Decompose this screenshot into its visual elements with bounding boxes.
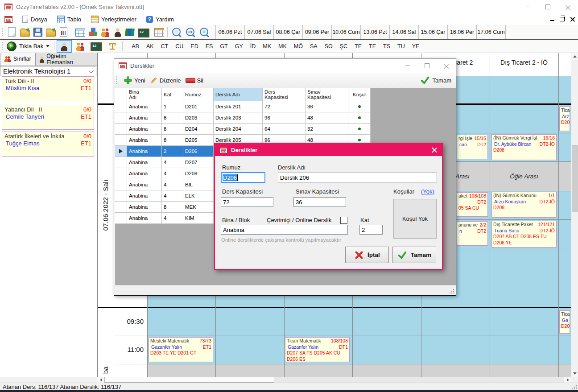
date-tab[interactable]: 08.06 Çar	[274, 25, 303, 39]
table-cell[interactable]: 2	[162, 146, 183, 157]
view-teachers-button[interactable]	[57, 40, 72, 53]
filter-letter-button[interactable]: CU	[172, 41, 187, 51]
table-cell[interactable]: Anabina	[127, 179, 162, 190]
table-cell[interactable]: D203	[183, 112, 214, 124]
date-tab[interactable]: 14.06 Sal	[390, 25, 419, 39]
menu-dosya[interactable]: Dosya	[22, 16, 47, 23]
filter-letter-button[interactable]: AB	[128, 41, 143, 51]
col-header-derslik-adi[interactable]: Derslik Adı	[214, 88, 263, 101]
filter-letter-button[interactable]: MÖ	[290, 41, 306, 51]
col-header-bina[interactable]: Bina Adı	[127, 88, 162, 101]
table-cell[interactable]: Derslik 203	[214, 112, 263, 124]
date-tab[interactable]: 09.06 Per	[303, 25, 332, 39]
bina-blok-input[interactable]	[221, 225, 348, 235]
row-selector[interactable]	[115, 101, 127, 112]
derslikler-tamam-button[interactable]: Tamam	[420, 75, 451, 85]
report-button[interactable]	[60, 27, 67, 37]
dialog-tamam-button[interactable]: Tamam	[392, 247, 436, 263]
filter-letter-button[interactable]: TS	[380, 41, 394, 51]
col-header-rumuz[interactable]: Rumuz	[183, 88, 214, 101]
row-selector[interactable]	[115, 157, 127, 168]
col-header-ders-kapasitesi[interactable]: Ders Kapasitesi	[263, 88, 306, 101]
table-cell[interactable]: Anabina	[127, 202, 162, 213]
toolbar-grip[interactable]	[2, 42, 3, 51]
derslik-row[interactable]: Anabina8D203Derslik 2039648	[115, 112, 371, 124]
timetable-card[interactable]: Ticari Matematik108/108Gazanfer YalınDT1…	[285, 337, 350, 362]
close-button[interactable]	[558, 0, 578, 13]
table-cell[interactable]: Anabina	[127, 135, 162, 146]
filter-letter-button[interactable]: ES	[202, 41, 217, 51]
schedule-button[interactable]	[154, 27, 164, 37]
derslik-row[interactable]: Anabina8D204Derslik 2046432	[115, 124, 371, 135]
filter-letter-button[interactable]: GY	[231, 41, 247, 51]
table-cell[interactable]: Derslik 204	[214, 124, 263, 135]
dialog-title-bar[interactable]: Derslikler	[215, 144, 442, 156]
timetable-card[interactable]: Mesleki Matematik73/73Gazanfer YalınET1D…	[149, 337, 213, 362]
table-cell[interactable]: 8	[162, 124, 183, 135]
scroll-down-button[interactable]	[571, 370, 578, 377]
row-selector[interactable]	[115, 202, 127, 213]
date-tab[interactable]: 16.06 Per	[448, 25, 477, 39]
filter-letter-button[interactable]: AK	[143, 41, 157, 51]
duzenle-button[interactable]: Düzenle	[150, 76, 181, 84]
timetable-card[interactable]: (İN) Gümrük Vergi İşl16/16Dr. Aybüke Bir…	[491, 134, 557, 160]
new-file-button[interactable]	[8, 27, 16, 37]
row-selector[interactable]	[115, 190, 127, 202]
table-cell[interactable]: 4	[162, 157, 183, 168]
sinav-kapasitesi-input[interactable]	[293, 197, 346, 207]
toolbar-grip[interactable]	[116, 76, 117, 85]
scroll-right-button[interactable]	[564, 377, 571, 383]
table-cell[interactable]: D201	[183, 101, 214, 112]
table-cell[interactable]: D205	[183, 135, 214, 146]
classrooms-button[interactable]	[138, 27, 148, 37]
scroll-up-button[interactable]	[571, 53, 578, 60]
window-resize-grip[interactable]	[572, 384, 577, 390]
filter-letter-button[interactable]: YE	[409, 41, 423, 51]
view-classes-button[interactable]	[73, 40, 88, 53]
table-cell[interactable]: 48	[306, 112, 348, 124]
tab-siniflar[interactable]: Sınıflar	[0, 51, 35, 66]
dialog-close-button[interactable]	[431, 147, 437, 153]
derslik-row[interactable]: Anabina1D201Derslik 2017236	[115, 101, 371, 112]
date-tab[interactable]: 17.06 Cum	[477, 25, 506, 39]
table-cell[interactable]: 8	[162, 112, 183, 124]
filter-letter-button[interactable]: SO	[321, 41, 336, 51]
table-cell[interactable]: Anabina	[127, 157, 162, 168]
filter-letter-button[interactable]: CT	[157, 41, 172, 51]
table-cell[interactable]: 96	[263, 112, 306, 124]
table-cell[interactable]: 72	[263, 101, 306, 112]
tab-ogretim-elemanlari[interactable]: Öğretim Elemanları	[35, 53, 97, 66]
ders-kapasitesi-input[interactable]	[221, 197, 273, 207]
col-header-sinav-kapasitesi[interactable]: Sınav Kapasitesi	[306, 88, 348, 101]
table-cell[interactable]: Anabina	[127, 168, 162, 179]
row-selector[interactable]	[115, 168, 127, 179]
maximize-button[interactable]	[538, 0, 558, 13]
tables-button[interactable]	[75, 27, 85, 37]
table-cell[interactable]: D208	[183, 168, 214, 179]
filter-letter-button[interactable]: İD	[247, 41, 260, 51]
table-cell[interactable]: 8	[162, 202, 183, 213]
date-tab[interactable]: 10.06 Cum	[332, 25, 361, 39]
iptal-button[interactable]: İptal	[345, 247, 389, 263]
derslikler-maximize-button[interactable]	[425, 63, 429, 68]
row-selector[interactable]	[115, 179, 127, 190]
derslikler-title-bar[interactable]: Derslikler	[114, 58, 456, 73]
chevron-down-icon[interactable]	[46, 45, 50, 47]
table-cell[interactable]: Anabina	[127, 146, 162, 157]
vertical-scrollbar[interactable]	[571, 53, 578, 377]
zoom-reset-button[interactable]: 1:1	[186, 28, 194, 36]
row-selector[interactable]	[115, 146, 127, 157]
kosullar-yok-link[interactable]: (Yok)	[421, 188, 434, 195]
table-cell[interactable]: D206	[183, 146, 214, 157]
table-cell[interactable]: KIM	[183, 213, 214, 224]
save-button[interactable]	[33, 28, 42, 37]
zoom-in-button[interactable]: +	[200, 28, 208, 36]
horizontal-scroll-thumb[interactable]	[104, 377, 274, 383]
eye-icon[interactable]	[7, 41, 17, 51]
table-cell[interactable]: 4	[162, 168, 183, 179]
scroll-left-button[interactable]	[97, 377, 104, 383]
timetable-card[interactable]: Dış Ticarette Paket121/121Tuana SucuDT2-…	[491, 221, 557, 248]
sil-button[interactable]: Sil	[186, 77, 203, 84]
minimize-button[interactable]	[518, 0, 538, 13]
timetable-card[interactable]: aket108/108DT205 SA CU	[457, 192, 488, 217]
